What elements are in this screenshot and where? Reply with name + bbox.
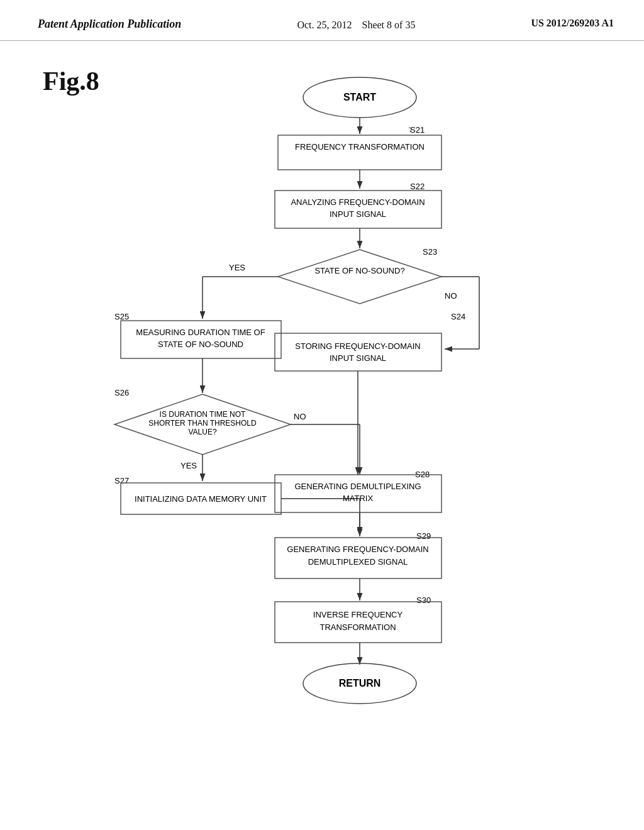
s29-box-line2: DEMULTIPLEXED SIGNAL [308,557,408,567]
start-label: START [343,92,376,102]
sheet-info: Sheet 8 of 35 [362,19,416,30]
no-label: NO [445,291,457,301]
s22-label: S22 [410,182,425,191]
svg-rect-3 [278,135,441,170]
s30-box-line2: TRANSFORMATION [319,622,396,632]
s21-label: S21 [410,125,425,135]
s28-box-line2: MATRIX [343,494,373,503]
header-center: Oct. 25, 2012 Sheet 8 of 35 [297,18,415,33]
s23-diamond-line1: STATE OF NO-SOUND? [314,266,404,275]
s24-box-line1: STORING FREQUENCY-DOMAIN [295,341,420,351]
return-label: RETURN [339,678,381,689]
s24-box-line2: INPUT SIGNAL [330,353,386,363]
s24-label: S24 [451,312,465,321]
s25-box-line1: MEASURING DURATION TIME OF [136,328,265,337]
s26-diamond-line3: VALUE? [188,428,216,436]
s26-diamond-line2: SHORTER THAN THRESHOLD [148,419,257,428]
s30-label: S30 [416,595,431,605]
diagram-area: Fig.8 START S21 FREQUENCY TRANSFORMATION… [0,41,644,830]
svg-marker-7 [278,250,441,304]
s25-label: S25 [114,312,129,321]
s26-diamond-line1: IS DURATION TIME NOT [160,410,247,419]
page-header: Patent Application Publication Oct. 25, … [0,0,644,41]
s23-label: S23 [423,247,437,257]
svg-rect-14 [275,333,441,371]
no2-label: NO [294,412,306,421]
s27-box: INITIALIZING DATA MEMORY UNIT [135,494,267,504]
s29-label: S29 [416,531,431,541]
figure-label: Fig.8 [43,66,99,96]
s28-box-line1: GENERATING DEMULTIPLEXING [294,482,421,491]
s26-label: S26 [114,388,129,397]
s22-box-line2: INPUT SIGNAL [330,209,386,219]
publication-title: Patent Application Publication [38,18,181,31]
yes2-label: YES [180,461,197,470]
s30-box-line1: INVERSE FREQUENCY [313,610,403,619]
s25-box-line2: STATE OF NO-SOUND [158,340,243,349]
yes-label: YES [229,263,245,272]
s22-box-line1: ANALYZING FREQUENCY-DOMAIN [291,197,425,207]
s27-label: S27 [114,476,129,485]
s21-box: FREQUENCY TRANSFORMATION [295,142,425,152]
flowchart-svg: START S21 FREQUENCY TRANSFORMATION S22 A… [52,60,592,827]
patent-number: US 2012/269203 A1 [531,18,614,29]
publication-date: Oct. 25, 2012 [297,19,352,30]
s29-box-line1: GENERATING FREQUENCY-DOMAIN [287,545,428,554]
